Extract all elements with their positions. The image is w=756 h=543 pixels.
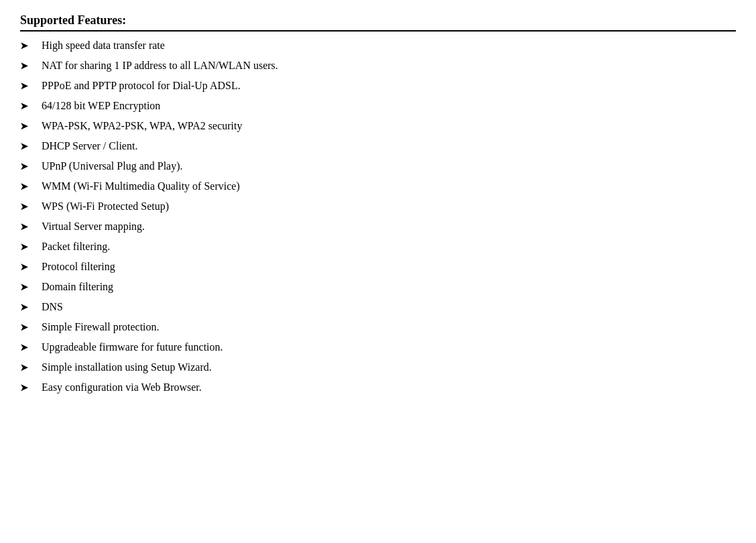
arrow-icon: ➤ — [20, 139, 34, 154]
feature-text: Simple Firewall protection. — [42, 319, 736, 335]
feature-text: NAT for sharing 1 IP address to all LAN/… — [42, 58, 736, 74]
feature-text: Upgradeable firmware for future function… — [42, 339, 736, 355]
arrow-icon: ➤ — [20, 79, 34, 93]
feature-text: Simple installation using Setup Wizard. — [42, 359, 736, 375]
feature-text: DNS — [42, 299, 736, 315]
arrow-icon: ➤ — [20, 99, 34, 113]
section-header: Supported Features: — [20, 13, 736, 32]
feature-text: Domain filtering — [42, 279, 736, 295]
arrow-icon: ➤ — [20, 361, 34, 375]
feature-text: DHCP Server / Client. — [42, 138, 736, 154]
page-container: Supported Features: ➤High speed data tra… — [20, 13, 736, 398]
arrow-icon: ➤ — [20, 240, 34, 254]
list-item: ➤PPPoE and PPTP protocol for Dial-Up ADS… — [20, 76, 736, 96]
list-item: ➤Simple installation using Setup Wizard. — [20, 357, 736, 377]
feature-text: Virtual Server mapping. — [42, 219, 736, 235]
list-item: ➤Protocol filtering — [20, 257, 736, 277]
arrow-icon: ➤ — [20, 280, 34, 294]
feature-text: Easy configuration via Web Browser. — [42, 379, 736, 396]
feature-text: High speed data transfer rate — [42, 38, 736, 54]
feature-text: WPA-PSK, WPA2-PSK, WPA, WPA2 security — [42, 118, 736, 134]
arrow-icon: ➤ — [20, 300, 34, 314]
feature-text: 64/128 bit WEP Encryption — [42, 98, 736, 114]
arrow-icon: ➤ — [20, 200, 34, 214]
list-item: ➤DNS — [20, 297, 736, 317]
list-item: ➤NAT for sharing 1 IP address to all LAN… — [20, 56, 736, 76]
arrow-icon: ➤ — [20, 119, 34, 133]
list-item: ➤DHCP Server / Client. — [20, 136, 736, 156]
arrow-icon: ➤ — [20, 39, 34, 53]
list-item: ➤WPA-PSK, WPA2-PSK, WPA, WPA2 security — [20, 116, 736, 136]
arrow-icon: ➤ — [20, 260, 34, 274]
arrow-icon: ➤ — [20, 180, 34, 194]
list-item: ➤UPnP (Universal Plug and Play). — [20, 156, 736, 176]
arrow-icon: ➤ — [20, 59, 34, 73]
feature-text: WPS (Wi-Fi Protected Setup) — [42, 198, 736, 215]
list-item: ➤WPS (Wi-Fi Protected Setup) — [20, 196, 736, 217]
feature-text: WMM (Wi-Fi Multimedia Quality of Service… — [42, 178, 736, 194]
arrow-icon: ➤ — [20, 220, 34, 234]
list-item: ➤Packet filtering. — [20, 237, 736, 257]
list-item: ➤Easy configuration via Web Browser. — [20, 377, 736, 398]
feature-text: PPPoE and PPTP protocol for Dial-Up ADSL… — [42, 78, 736, 94]
section-title: Supported Features: — [20, 13, 126, 27]
list-item: ➤Virtual Server mapping. — [20, 217, 736, 237]
feature-text: Packet filtering. — [42, 239, 736, 255]
list-item: ➤Simple Firewall protection. — [20, 317, 736, 337]
list-item: ➤Domain filtering — [20, 277, 736, 297]
feature-text: Protocol filtering — [42, 259, 736, 275]
list-item: ➤Upgradeable firmware for future functio… — [20, 337, 736, 357]
features-list: ➤High speed data transfer rate➤NAT for s… — [20, 36, 736, 398]
list-item: ➤WMM (Wi-Fi Multimedia Quality of Servic… — [20, 176, 736, 196]
arrow-icon: ➤ — [20, 160, 34, 174]
arrow-icon: ➤ — [20, 320, 34, 335]
arrow-icon: ➤ — [20, 381, 34, 395]
list-item: ➤64/128 bit WEP Encryption — [20, 96, 736, 116]
arrow-icon: ➤ — [20, 341, 34, 355]
list-item: ➤High speed data transfer rate — [20, 36, 736, 56]
feature-text: UPnP (Universal Plug and Play). — [42, 158, 736, 174]
